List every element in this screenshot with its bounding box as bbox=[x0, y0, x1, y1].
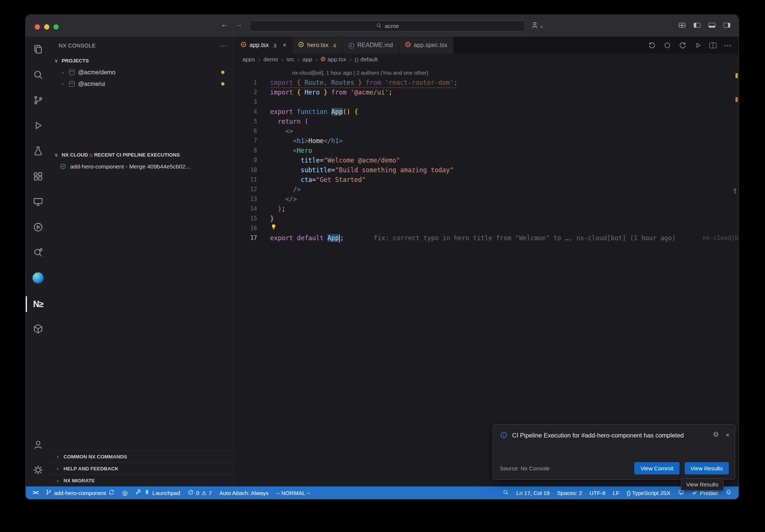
code-line[interactable]: 1import { Route, Routes } from 'react-ro… bbox=[235, 78, 738, 87]
codelens[interactable]: nx-cloud[bot], 1 hour ago | 2 authors (Y… bbox=[292, 68, 428, 78]
project-item-@acme/ui[interactable]: ›@acme/ui bbox=[50, 78, 235, 90]
activity-edge-browser[interactable] bbox=[26, 266, 50, 291]
close-window-button[interactable] bbox=[35, 24, 40, 30]
status-cursor-position[interactable]: Ln 17, Col 19 bbox=[512, 486, 553, 499]
run-file-icon[interactable] bbox=[694, 41, 702, 49]
code-line[interactable]: 16 bbox=[235, 223, 738, 233]
code-editor[interactable]: nx-cloud[bot], 1 hour ago | 2 authors (Y… bbox=[235, 65, 738, 486]
code-line[interactable]: 2import { Hero } from '@acme/ui'; bbox=[235, 87, 738, 97]
code-line[interactable]: 10 subtitle="Build something amazing tod… bbox=[235, 165, 738, 175]
nav-forward-icon[interactable] bbox=[679, 41, 687, 49]
remote-indicator-icon: >< bbox=[32, 489, 38, 496]
activity-manage-settings[interactable] bbox=[26, 458, 50, 483]
package-icon bbox=[69, 69, 75, 75]
breadcrumb-src[interactable]: src bbox=[287, 56, 294, 63]
status-zoom[interactable] bbox=[499, 486, 512, 499]
close-tab-icon[interactable]: × bbox=[283, 42, 286, 49]
activity-source-control[interactable] bbox=[26, 88, 50, 114]
status-extension-indicator[interactable]: ◎ bbox=[118, 486, 131, 499]
sidebar-header: NX CONSOLE ⋯ bbox=[50, 37, 235, 55]
status-encoding[interactable]: UTF-8 bbox=[586, 486, 609, 499]
status-git-branch[interactable]: add-hero-component bbox=[42, 486, 118, 499]
history-back-button[interactable]: ← bbox=[221, 20, 228, 29]
activity-testing[interactable] bbox=[26, 139, 50, 164]
status-problems[interactable]: 0⚠7 bbox=[184, 486, 216, 499]
history-forward-button[interactable]: → bbox=[235, 20, 242, 29]
code-line[interactable]: 13 </> bbox=[235, 194, 738, 204]
section-nx-cloud[interactable]: ∨ NX CLOUD :: RECENT CI PIPELINE EXECUTI… bbox=[50, 149, 235, 161]
view-commit-button[interactable]: View Commit bbox=[634, 462, 679, 474]
activity-run-tasks[interactable] bbox=[26, 215, 50, 241]
breadcrumb-app[interactable]: app bbox=[303, 56, 312, 63]
project-item-@acme/demo[interactable]: ›@acme/demo bbox=[50, 66, 235, 78]
git-blame-right: nx-cloud[b bbox=[703, 233, 738, 243]
activity-extensions[interactable] bbox=[26, 164, 50, 190]
status-remote[interactable]: >< bbox=[29, 486, 42, 499]
status-eol[interactable]: LF bbox=[609, 486, 623, 499]
breadcrumb-apps[interactable]: apps bbox=[242, 56, 255, 63]
lightbulb-icon[interactable] bbox=[270, 223, 277, 233]
more-actions-icon[interactable]: ⋯ bbox=[724, 41, 732, 49]
section-common-nx-commands[interactable]: ›COMMON NX COMMANDS bbox=[50, 451, 235, 463]
customize-layout-icon[interactable] bbox=[679, 22, 685, 29]
sidebar-more-actions[interactable]: ⋯ bbox=[220, 41, 227, 50]
maximize-window-button[interactable] bbox=[53, 24, 59, 30]
toggle-panel-icon[interactable] bbox=[709, 22, 715, 29]
activity-containers[interactable] bbox=[26, 317, 50, 342]
activity-remote-explorer[interactable] bbox=[26, 190, 50, 215]
breadcrumb-separator: › bbox=[316, 56, 318, 62]
problem-count-badge: 4 bbox=[333, 42, 336, 49]
code-line[interactable]: 6 <> bbox=[235, 126, 738, 136]
status-notifications-bell[interactable] bbox=[722, 486, 735, 499]
activity-nx-console[interactable]: N≥ bbox=[26, 291, 50, 317]
pipeline-execution-item[interactable]: add-hero-component - Merge 409b44e5cb02.… bbox=[50, 161, 235, 172]
outline-icon[interactable] bbox=[663, 41, 671, 49]
breadcrumb-default[interactable]: { }default bbox=[354, 56, 378, 63]
section-help-and-feedback[interactable]: ›HELP AND FEEDBACK bbox=[50, 463, 235, 474]
status-language-mode[interactable]: {} TypeScript JSX bbox=[623, 486, 674, 499]
toggle-primary-sidebar-icon[interactable] bbox=[694, 22, 700, 29]
view-results-button[interactable]: View Results bbox=[685, 462, 729, 474]
status-indentation[interactable]: Spaces: 2 bbox=[553, 486, 586, 499]
toggle-secondary-sidebar-icon[interactable] bbox=[724, 22, 730, 29]
activity-accounts[interactable] bbox=[26, 433, 50, 458]
status-vim-mode[interactable]: -- NORMAL -- bbox=[272, 486, 314, 499]
nav-back-icon[interactable] bbox=[648, 41, 656, 49]
activity-search[interactable] bbox=[26, 63, 50, 88]
minimize-window-button[interactable] bbox=[44, 24, 49, 30]
split-editor-icon[interactable] bbox=[709, 43, 716, 48]
code-line[interactable]: 3 bbox=[235, 97, 738, 107]
accounts-menu[interactable]: ∨ bbox=[531, 21, 543, 30]
code-line[interactable]: 4export function App() { bbox=[235, 107, 738, 117]
breadcrumb-app.tsx[interactable]: app.tsx bbox=[321, 56, 346, 63]
tab-hero.tsx[interactable]: hero.tsx4 bbox=[292, 37, 342, 54]
code-line[interactable]: 12 /> bbox=[235, 185, 738, 194]
activity-run-and-debug[interactable] bbox=[26, 114, 50, 139]
command-center[interactable]: acme bbox=[250, 21, 525, 32]
status-auto-attach[interactable]: Auto Attach: Always bbox=[216, 486, 272, 499]
code-line[interactable]: 5 return ( bbox=[235, 117, 738, 126]
activity-search-editor[interactable] bbox=[26, 241, 50, 266]
section-nx-migrate[interactable]: ›NX MIGRATE bbox=[50, 474, 235, 486]
sidebar-title: NX CONSOLE bbox=[59, 43, 96, 49]
notification-settings-icon[interactable] bbox=[712, 431, 719, 439]
notification-toast: CI Pipeline Execution for #add-hero-comp… bbox=[493, 424, 735, 480]
tab-app.tsx[interactable]: app.tsx3× bbox=[235, 37, 292, 54]
tab-README.md[interactable]: iREADME.md bbox=[343, 37, 399, 54]
code-line[interactable]: 7 <h1>Home</h1> bbox=[235, 136, 738, 146]
breadcrumb-demo[interactable]: demo bbox=[263, 56, 278, 63]
notification-close-icon[interactable]: × bbox=[726, 432, 730, 438]
tab-label: README.md bbox=[357, 42, 393, 49]
code-line[interactable]: 11 cta="Get Started" bbox=[235, 175, 738, 185]
activity-explorer[interactable] bbox=[26, 37, 50, 63]
code-line[interactable]: 17export default App;fix: correct typo i… bbox=[235, 233, 738, 243]
code-line[interactable]: 8 <Hero bbox=[235, 146, 738, 155]
section-label: NX CLOUD :: RECENT CI PIPELINE EXECUTION… bbox=[62, 152, 180, 158]
status-launchpad[interactable]: Launchpad bbox=[131, 486, 184, 499]
gear-icon bbox=[32, 464, 44, 477]
code-line[interactable]: 15} bbox=[235, 214, 738, 223]
section-projects[interactable]: ∨ PROJECTS bbox=[50, 55, 235, 66]
tab-app.spec.tsx[interactable]: app.spec.tsx bbox=[399, 37, 454, 54]
code-line[interactable]: 14 ); bbox=[235, 204, 738, 214]
code-line[interactable]: 9 title="Welcome @acme/demo" bbox=[235, 155, 738, 165]
